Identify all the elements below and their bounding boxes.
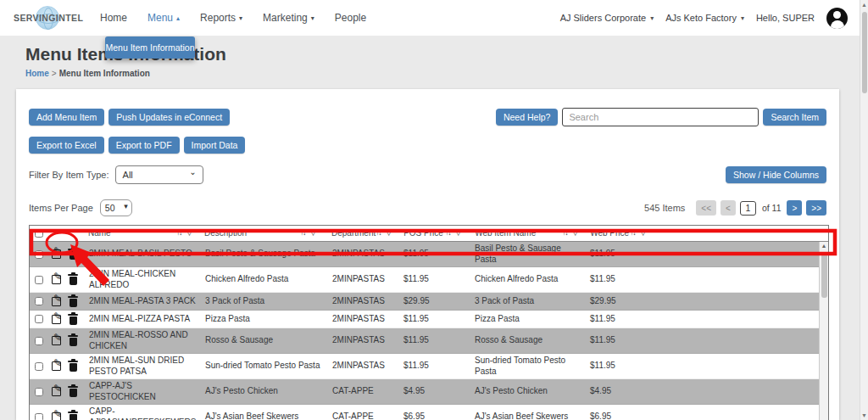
edit-icon[interactable] [52,249,61,259]
item-web-name: Pizza Pasta [468,312,585,327]
table-row[interactable]: 2MIN MEAL-ROSSO AND CHICKEN Rosso & Saus… [30,328,828,354]
push-updates-button[interactable]: Push Updates in eConnect [108,109,230,126]
user-avatar-icon[interactable] [826,8,848,29]
delete-icon[interactable] [70,338,77,346]
edit-icon[interactable] [52,275,61,284]
item-type-select[interactable]: All ⌄ [115,165,203,184]
sort-icon[interactable]: ↑↓ [562,228,567,238]
filter-icon[interactable]: ▽ [455,228,461,238]
item-web-price: $29.95 [585,294,653,309]
table-scrollbar[interactable]: ▲ ▼ [819,242,828,420]
need-help-button[interactable]: Need Help? [496,109,558,126]
department-header: Department ↑↓▽ [323,227,398,241]
row-checkbox[interactable] [35,388,43,396]
sort-icon[interactable]: ↑↓ [300,228,305,238]
select-all-checkbox[interactable] [35,229,43,238]
item-web-name: Basil Pesto & Sausage Pasta [468,242,585,266]
table-row[interactable]: CAPP-AJ'SASIANBEEFSKEWERS AJ's Asian Bee… [30,405,828,420]
filter-icon[interactable]: ▽ [310,228,316,238]
row-checkbox[interactable] [35,276,43,284]
scroll-up-icon[interactable]: ▲ [860,2,868,8]
edit-icon[interactable] [52,315,61,324]
store-selector[interactable]: AJs Keto Factory▾ [665,13,744,23]
sort-icon[interactable]: ↑↓ [445,228,450,238]
item-description: Pizza Pasta [200,312,324,327]
table-scrollbar-thumb[interactable] [821,254,827,298]
page-scrollbar[interactable]: ▲ ▼ [860,0,868,420]
delete-icon[interactable] [70,389,77,397]
nav-item-reports[interactable]: Reports▾ [200,12,242,24]
corporate-selector[interactable]: AJ Sliders Corporate▾ [560,13,654,23]
delete-icon[interactable] [70,316,77,325]
delete-header-cell [64,232,81,235]
filter-icon[interactable]: ▽ [640,228,646,238]
page-number-input[interactable] [740,201,756,216]
filter-icon[interactable]: ▽ [186,228,192,238]
item-web-name: Chicken Alfredo Pasta [468,272,585,287]
nav-item-home[interactable]: Home [100,12,127,24]
filter-icon[interactable]: ▽ [572,228,578,238]
item-name: 2MIN MEAL-CHICKEN ALFREDO [81,267,200,292]
filter-by-item-type-label: Filter By Item Type: [29,170,109,180]
row-checkbox[interactable] [35,250,43,259]
row-checkbox[interactable] [35,413,43,420]
next-page-button[interactable]: > [787,200,802,216]
delete-icon[interactable] [70,277,77,285]
sort-icon[interactable]: ↑↓ [176,228,181,238]
import-data-button[interactable]: Import Data [184,137,246,154]
edit-icon[interactable] [52,336,61,345]
table-row[interactable]: 2MIN MEAL-BASIL PESTO Basil Pesto & Saus… [30,242,828,267]
item-description: AJ's Pesto Chicken [200,384,324,399]
first-page-button[interactable]: << [696,200,716,216]
row-checkbox[interactable] [35,315,43,323]
content-card: Add Menu Item Push Updates in eConnect N… [16,89,839,420]
item-department: 2MINPASTAS [324,312,398,327]
list-controls-row: Items Per Page 50 ▾ 545 Items << < of 11… [29,199,826,216]
table-row[interactable]: CAPP-AJ'S PESTOCHICKEN AJ's Pesto Chicke… [30,379,828,405]
menu-dropdown-item[interactable]: Menu Item Information [105,36,195,59]
nav-item-people[interactable]: People [335,12,366,24]
add-menu-item-button[interactable]: Add Menu Item [29,109,104,126]
row-checkbox[interactable] [35,337,43,345]
row-checkbox[interactable] [35,362,43,371]
filter-icon[interactable]: ▽ [386,228,392,238]
row-checkbox[interactable] [35,297,43,305]
delete-icon[interactable] [70,251,77,260]
edit-icon[interactable] [52,361,61,371]
scroll-up-icon[interactable]: ▲ [820,243,828,249]
export-excel-button[interactable]: Export to Excel [29,137,104,154]
sort-icon[interactable]: ↑↓ [376,228,381,238]
items-per-page-select[interactable]: 50 ▾ [100,199,132,216]
delete-icon[interactable] [70,414,77,420]
brand-name: SERVINGINTEL [14,13,83,23]
table-row[interactable]: 2MIN MEAL-PIZZA PASTA Pizza Pasta 2MINPA… [30,311,828,328]
breadcrumb-home-link[interactable]: Home [25,69,49,78]
table-row[interactable]: 2MIN MEAL-PASTA 3 PACK 3 Pack of Pasta 2… [30,293,828,311]
export-pdf-button[interactable]: Export to PDF [108,137,180,154]
table-row[interactable]: 2MIN MEAL-CHICKEN ALFREDO Chicken Alfred… [30,267,828,293]
last-page-button[interactable]: >> [806,200,826,216]
item-description: 3 Pack of Pasta [200,294,324,309]
scroll-down-icon[interactable]: ▼ [860,412,868,418]
prev-page-button[interactable]: < [721,200,736,216]
nav-item-marketing[interactable]: Marketing▾ [263,12,314,24]
caret-down-icon: ▾ [741,14,744,22]
edit-icon[interactable] [52,297,61,306]
edit-icon[interactable] [52,387,61,396]
item-pos-price: $11.95 [398,359,468,373]
item-pos-price: $29.95 [398,294,468,309]
delete-icon[interactable] [70,299,77,307]
nav-item-menu[interactable]: Menu▴ [147,12,180,24]
item-description: AJ's Asian Beef Skewers [200,410,324,420]
brand-logo[interactable]: SERVINGINTEL [14,5,85,31]
search-input[interactable] [562,108,759,126]
page-scrollbar-thumb[interactable] [862,12,867,93]
search-item-button[interactable]: Search Item [763,109,826,126]
edit-icon[interactable] [52,412,61,420]
menu-items-table: Name ↑↓▽ Description ↑↓▽ Department ↑↓▽ … [29,225,829,420]
show-hide-columns-button[interactable]: Show / Hide Columns [726,166,826,183]
table-row[interactable]: 2MIN MEAL-SUN DRIED PESTO PATSA Sun-drie… [30,354,828,379]
user-greeting: Hello, SUPER [756,13,815,23]
delete-icon[interactable] [70,363,77,372]
sort-icon[interactable]: ↑↓ [630,228,635,238]
